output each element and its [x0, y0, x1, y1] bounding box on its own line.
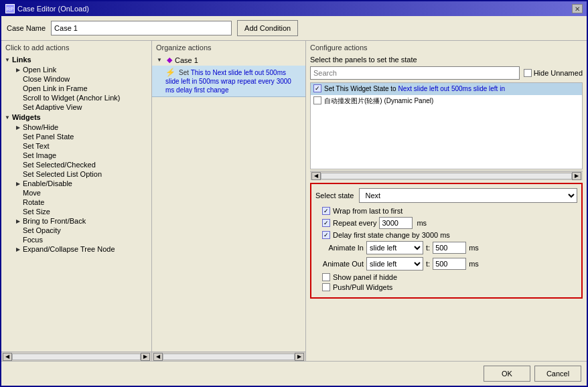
tree-item-focus[interactable]: Focus: [20, 235, 151, 244]
section-widgets[interactable]: ▼ Widgets: [1, 112, 151, 123]
bottom-bar: OK Cancel: [1, 361, 587, 386]
push-pull-label: Push/Pull Widgets: [333, 283, 392, 291]
item-focus-label: Focus: [23, 236, 43, 244]
w-hscroll-right-btn[interactable]: ▶: [572, 172, 581, 180]
case-tree: ▼ ◆ Case 1 ⚡ Set This to Next slide left…: [152, 54, 305, 352]
select-state-label: Select state: [315, 191, 354, 200]
tri-show-hide: ▶: [15, 124, 21, 131]
delay-checkbox[interactable]: ✓: [322, 231, 330, 239]
tree-item-open-link-frame[interactable]: Open Link in Frame: [20, 84, 151, 93]
middle-panel: Organize actions ▼ ◆ Case 1 ⚡ Set This t…: [152, 41, 306, 361]
tree-item-set-text[interactable]: Set Text: [20, 141, 151, 151]
search-input[interactable]: [310, 66, 520, 80]
show-panel-label: Show panel if hidde: [333, 273, 397, 281]
select-panels-header: Select the panels to set the state: [306, 54, 587, 65]
select-state-row: Select state Next Previous First Last: [315, 188, 577, 203]
hide-unnamed-checkbox[interactable]: [524, 69, 532, 77]
animate-in-t-label: t:: [426, 244, 430, 252]
middle-panel-header: Organize actions: [152, 41, 305, 54]
show-panel-row: Show panel if hidde: [315, 273, 577, 281]
item-scroll-widget-label: Scroll to Widget (Anchor Link): [23, 94, 121, 102]
tree-item-move[interactable]: Move: [20, 188, 151, 198]
item-set-size-label: Set Size: [23, 208, 50, 216]
repeat-checkbox[interactable]: ✓: [322, 219, 330, 227]
hide-unnamed-label: Hide Unnamed: [534, 69, 583, 77]
item-open-link-frame-label: Open Link in Frame: [23, 84, 88, 92]
widget-2-checkbox[interactable]: [313, 96, 321, 104]
case-root-item[interactable]: ▼ ◆ Case 1: [152, 54, 305, 66]
tree-item-set-size[interactable]: Set Size: [20, 207, 151, 216]
hscroll-left-btn[interactable]: ◀: [3, 353, 12, 361]
animate-out-select[interactable]: slide left slide right fade none: [366, 257, 423, 270]
wrap-row: ✓ Wrap from last to first: [315, 207, 577, 215]
left-panel-header: Click to add actions: [1, 41, 151, 54]
tree-item-set-selected[interactable]: Set Selected/Checked: [20, 160, 151, 169]
wrap-checkbox[interactable]: ✓: [322, 207, 330, 215]
widget-2-text: 自动撞发图片(轮播) (Dynamic Panel): [324, 96, 433, 106]
tri-case: ▼: [156, 57, 163, 64]
m-hscroll-left-btn[interactable]: ◀: [153, 353, 163, 361]
item-show-hide-label: Show/Hide: [23, 123, 58, 131]
wrap-label: Wrap from last to first: [333, 207, 402, 215]
show-panel-checkbox[interactable]: [322, 273, 330, 281]
right-panel: Configure actions Select the panels to s…: [306, 41, 587, 361]
add-condition-button[interactable]: Add Condition: [237, 20, 298, 36]
tree-item-set-selected-list[interactable]: Set Selected List Option: [20, 169, 151, 179]
case-name-label: Case Name: [7, 24, 46, 32]
widget-item-1[interactable]: ✓ Set This Widget State to Next slide le…: [311, 83, 582, 95]
animate-in-t-input[interactable]: [433, 242, 466, 254]
m-hscroll-right-btn[interactable]: ▶: [295, 353, 304, 361]
item-rotate-label: Rotate: [23, 198, 44, 206]
tri-open-link: ▶: [15, 66, 21, 73]
tree-item-enable-disable[interactable]: ▶ Enable/Disable: [12, 179, 151, 188]
tree-item-set-image[interactable]: Set Image: [20, 151, 151, 160]
item-bring-front-label: Bring to Front/Back: [23, 217, 86, 225]
w-hscroll-track: [321, 173, 572, 179]
tree-item-open-link[interactable]: ▶ Open Link: [12, 65, 151, 74]
tree-item-set-opacity[interactable]: Set Opacity: [20, 226, 151, 235]
hscroll-right-btn[interactable]: ▶: [141, 353, 150, 361]
repeat-row: ✓ Repeat every ms: [315, 217, 577, 229]
tri-enable-disable: ▶: [15, 180, 21, 187]
tree-item-rotate[interactable]: Rotate: [20, 198, 151, 207]
tree-item-show-hide[interactable]: ▶ Show/Hide: [12, 123, 151, 132]
tree-item-close-window[interactable]: Close Window: [20, 74, 151, 84]
tree-item-bring-front[interactable]: ▶ Bring to Front/Back: [12, 216, 151, 226]
item-set-panel-label: Set Panel State: [23, 133, 74, 141]
action-item-1[interactable]: ⚡ Set This to Next slide left out 500ms …: [152, 66, 305, 97]
triangle-links: ▼: [4, 56, 11, 63]
close-button[interactable]: ✕: [572, 4, 583, 13]
animate-in-select[interactable]: slide left slide right fade none: [366, 241, 423, 254]
left-panel: Click to add actions ▼ Links ▶ Open Link…: [1, 41, 152, 361]
triangle-widgets: ▼: [4, 114, 11, 121]
item-set-selected-label: Set Selected/Checked: [23, 161, 96, 169]
hide-unnamed-row: Hide Unnamed: [524, 69, 583, 77]
push-pull-checkbox[interactable]: [322, 283, 330, 291]
animate-out-t-label: t:: [426, 260, 430, 268]
item-expand-collapse-label: Expand/Collapse Tree Node: [23, 245, 115, 253]
tree-item-expand-collapse[interactable]: ▶ Expand/Collapse Tree Node: [12, 244, 151, 254]
section-links[interactable]: ▼ Links: [1, 54, 151, 65]
push-pull-row: Push/Pull Widgets: [315, 283, 577, 291]
repeat-label: Repeat every: [333, 219, 376, 227]
animate-out-t-input[interactable]: [433, 258, 466, 270]
cancel-button[interactable]: Cancel: [534, 366, 581, 382]
repeat-value-input[interactable]: [379, 217, 413, 229]
widget-item-2[interactable]: 自动撞发图片(轮播) (Dynamic Panel): [311, 95, 582, 107]
animate-in-ms-label: ms: [469, 244, 479, 252]
item-set-text-label: Set Text: [23, 142, 50, 150]
tree-item-set-panel[interactable]: Set Panel State: [20, 132, 151, 141]
right-panel-header: Configure actions: [306, 41, 587, 54]
ok-button[interactable]: OK: [484, 366, 530, 382]
w-hscroll-left-btn[interactable]: ◀: [311, 172, 321, 180]
widget-1-text: Set This Widget State to Next slide left…: [324, 84, 505, 94]
state-select[interactable]: Next Previous First Last: [359, 188, 577, 203]
item-set-opacity-label: Set Opacity: [23, 226, 61, 234]
tri-expand-collapse: ▶: [15, 246, 21, 252]
section-links-label: Links: [12, 56, 31, 64]
case-name-input[interactable]: [51, 21, 232, 35]
tree-item-scroll-widget[interactable]: Scroll to Widget (Anchor Link): [20, 93, 151, 102]
widget-1-checkbox[interactable]: ✓: [313, 84, 321, 92]
animate-in-row: Animate In slide left slide right fade n…: [315, 241, 577, 254]
tree-item-set-adaptive[interactable]: Set Adaptive View: [20, 102, 151, 112]
